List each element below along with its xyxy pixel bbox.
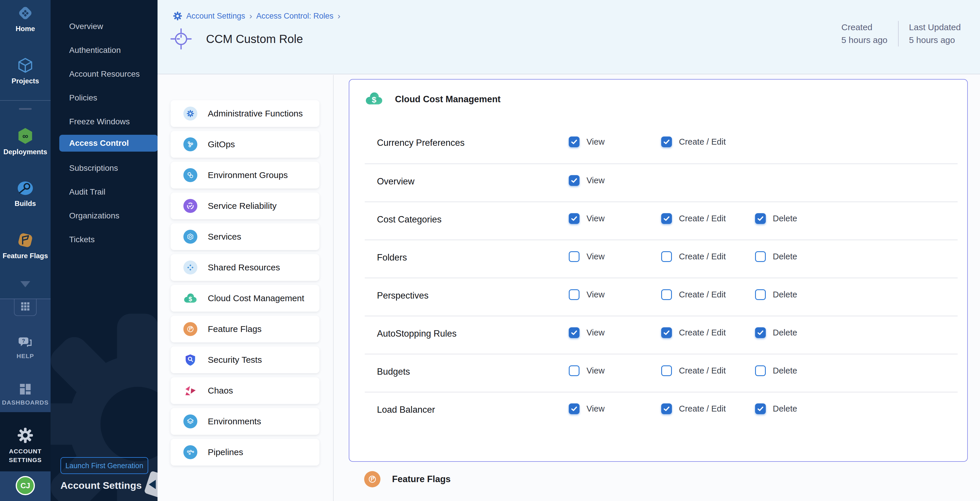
module-card-administrative-functions[interactable]: Administrative Functions [170,100,320,127]
breadcrumb-link-account-settings[interactable]: Account Settings [186,12,245,21]
permission-checkbox-view[interactable]: View [569,136,605,147]
breadcrumb-link-access-control-roles[interactable]: Access Control: Roles [256,12,334,21]
permission-row: Overview View [365,163,958,201]
module-card-environment-groups[interactable]: Environment Groups [170,162,320,189]
feature-flags-section-header: Feature Flags [364,471,451,487]
permission-checkbox-create-edit[interactable]: Create / Edit [661,136,726,147]
sidebar-collapse-arrow[interactable] [149,480,156,489]
rail-item-deployments[interactable]: ∞ Deployments [0,127,51,156]
created-label: Created [842,21,887,34]
rail-item-account-settings[interactable]: ACCOUNT SETTINGS [0,412,51,471]
sidebar-item-access-control[interactable]: Access Control [59,135,158,152]
rail-item-feature-flags[interactable]: Feature Flags [0,232,51,260]
module-card-services[interactable]: Services [170,224,320,250]
pipelines-icon [183,445,197,459]
checkbox-label: Delete [773,366,797,376]
permission-checkbox-delete[interactable]: Delete [755,365,797,376]
rail-item-projects[interactable]: Projects [0,57,51,85]
checkbox-icon [569,365,579,376]
cloud-cost-icon: $ [183,292,197,304]
permission-row: Folders View Create / Edit Delete [365,239,958,277]
rail-item-dashboards[interactable]: DASHBOARDS [0,383,51,406]
permission-checkbox-delete[interactable]: Delete [755,327,797,338]
module-card-security-tests[interactable]: Security Tests [170,347,320,373]
checkbox-icon [569,175,579,186]
sidebar-item-tickets[interactable]: Tickets [51,231,158,248]
sidebar-item-audit-trail[interactable]: Audit Trail [51,184,158,200]
module-picker-button[interactable] [14,298,37,316]
sidebar-item-label: Account Resources [69,70,140,79]
created-value: 5 hours ago [842,34,887,46]
permission-row: Budgets View Create / Edit Delete [365,354,958,392]
permission-checkbox-create-edit[interactable]: Create / Edit [661,213,726,224]
feature-flags-icon [17,232,34,250]
panel-header: $ Cloud Cost Management [365,91,501,108]
permission-checkbox-view[interactable]: View [569,251,605,262]
chevron-down-icon [20,281,30,287]
permission-checkbox-view[interactable]: View [569,403,605,414]
permission-checkbox-create-edit[interactable]: Create / Edit [661,251,726,262]
permission-checkbox-delete[interactable]: Delete [755,251,797,262]
sidebar-item-freeze-windows[interactable]: Freeze Windows [51,113,158,130]
checkbox-label: View [587,328,605,338]
permission-checkbox-create-edit[interactable]: Create / Edit [661,403,726,414]
module-card-pipelines[interactable]: Pipelines [170,439,320,466]
help-icon: ? [18,336,33,350]
module-card-chaos[interactable]: Chaos [170,377,320,404]
permission-checkbox-view[interactable]: View [569,327,605,338]
sidebar-item-label: Freeze Windows [69,117,130,126]
environment-groups-icon [183,168,197,182]
permission-checkbox-create-edit[interactable]: Create / Edit [661,365,726,376]
rail-item-help[interactable]: ? HELP [0,336,51,360]
module-card-service-reliability[interactable]: Service Reliability [170,193,320,219]
rail-item-home[interactable]: Home [0,5,51,33]
rail-drag-handle[interactable] [19,108,32,110]
permission-checkbox-view[interactable]: View [569,213,605,224]
sidebar-item-account-resources[interactable]: Account Resources [51,66,158,82]
module-card-environments[interactable]: Environments [170,408,320,435]
checkbox-icon [755,213,766,224]
sidebar-item-organizations[interactable]: Organizations [51,208,158,224]
rail-avatar-section: CJ [0,471,51,501]
module-card-shared-resources[interactable]: Shared Resources [170,254,320,281]
sidebar-item-subscriptions[interactable]: Subscriptions [51,160,158,177]
sidebar-item-authentication[interactable]: Authentication [51,42,158,59]
role-crosshair-icon [170,28,192,50]
gear-icon [173,11,182,21]
settings-sidebar: Overview Authentication Account Resource… [51,0,158,501]
checkbox-label: Delete [773,404,797,414]
module-card-cloud-cost-management[interactable]: $ Cloud Cost Management [170,285,320,312]
sidebar-item-label: Authentication [69,46,121,55]
checkbox-label: Delete [773,214,797,224]
module-card-label: Environments [208,417,261,426]
sidebar-item-overview[interactable]: Overview [51,18,158,35]
permission-checkbox-delete[interactable]: Delete [755,289,797,300]
permission-checkbox-delete[interactable]: Delete [755,403,797,414]
feature-flags-icon [183,322,197,336]
sidebar-item-policies[interactable]: Policies [51,89,158,106]
rail-modules-chevron[interactable] [0,281,51,287]
permission-checkbox-create-edit[interactable]: Create / Edit [661,289,726,300]
checkbox-icon [661,289,672,300]
launch-first-generation-button[interactable]: Launch First Generation [60,457,148,474]
module-card-label: Feature Flags [208,324,262,334]
permission-checkbox-view[interactable]: View [569,175,605,186]
module-card-label: Chaos [208,386,233,396]
projects-icon [17,57,34,75]
rail-item-builds[interactable]: Builds [0,180,51,208]
permission-checkbox-create-edit[interactable]: Create / Edit [661,327,726,338]
checkbox-icon [755,365,766,376]
avatar[interactable]: CJ [16,476,35,495]
module-card-gitops[interactable]: GitOps [170,131,320,158]
module-card-feature-flags[interactable]: Feature Flags [170,316,320,342]
permission-checkbox-view[interactable]: View [569,289,605,300]
checkbox-icon [755,327,766,338]
checkbox-label: View [587,137,605,147]
checkbox-label: View [587,404,605,414]
checkbox-label: Create / Edit [679,328,726,338]
checkbox-icon [755,251,766,262]
permission-checkbox-delete[interactable]: Delete [755,213,797,224]
sidebar-item-label: Access Control [69,138,129,148]
checkbox-icon [661,213,672,224]
permission-checkbox-view[interactable]: View [569,365,605,376]
